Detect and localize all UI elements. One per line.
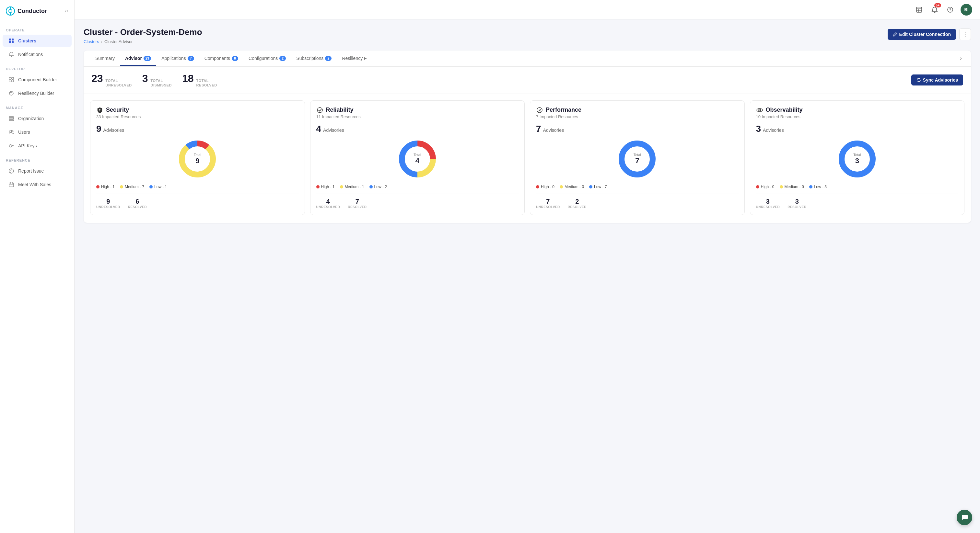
- card-title: Performance: [546, 106, 581, 113]
- card-advisories-label: Advisories: [103, 128, 124, 133]
- card-advisories-row: 9 Advisories: [96, 124, 299, 134]
- chat-icon: [961, 514, 968, 521]
- advisory-card-security[interactable]: Security 33 Impacted Resources 9 Advisor…: [90, 100, 305, 215]
- card-header-row: Performance: [536, 106, 738, 114]
- stats-row: 23 TOTAL UNRESOLVED 3 TOTAL DISMISSED 18: [84, 67, 971, 94]
- bottom-unresolved-num: 7: [536, 198, 560, 205]
- sidebar-item-component-builder[interactable]: Component Builder: [3, 73, 72, 86]
- stat-unresolved-number: 23: [91, 73, 103, 84]
- sidebar-item-report-issue[interactable]: Report Issue: [3, 165, 72, 177]
- donut-svg: [176, 138, 218, 180]
- svg-point-58: [759, 109, 760, 110]
- svg-point-55: [622, 143, 653, 174]
- legend-label: Low - 2: [374, 185, 387, 189]
- legend-item: High - 1: [316, 185, 335, 189]
- sidebar-item-clusters[interactable]: Clusters: [3, 35, 72, 47]
- sidebar-item-notifications[interactable]: Notifications: [3, 48, 72, 60]
- card-chart-area: Total 9: [96, 138, 299, 180]
- donut-chart: Total 9: [176, 138, 218, 180]
- legend-item: High - 0: [756, 185, 775, 189]
- more-options-button[interactable]: ⋮: [959, 29, 971, 40]
- bottom-resolved-label: RESOLVED: [348, 205, 366, 209]
- bottom-resolved-num: 6: [128, 198, 147, 205]
- stat-resolved: 6 RESOLVED: [128, 198, 147, 209]
- legend-dot: [96, 185, 100, 189]
- stat-unresolved: 4 UNRESOLVED: [316, 198, 340, 209]
- collapse-sidebar-button[interactable]: ‹‹: [65, 8, 68, 14]
- org-icon: [8, 116, 14, 121]
- check-circle-icon: [316, 106, 323, 114]
- legend-label: Low - 7: [594, 185, 607, 189]
- advisory-card-performance[interactable]: Performance 7 Impacted Resources 7 Advis…: [530, 100, 745, 215]
- card-bottom-stats: 3 UNRESOLVED 3 RESOLVED: [756, 194, 959, 209]
- donut-svg: [616, 138, 658, 180]
- grid-icon: [8, 38, 14, 44]
- card-header-row: Reliability: [316, 106, 519, 114]
- legend-item: Medium - 0: [560, 185, 584, 189]
- help-button[interactable]: ?: [945, 5, 955, 15]
- users-icon: [8, 129, 14, 135]
- sidebar-item-meet-with-sales-label: Meet With Sales: [18, 182, 51, 187]
- section-label-manage: MANAGE: [0, 100, 74, 112]
- stats-sync: Sync Advisories: [911, 75, 963, 86]
- advisory-card-observability[interactable]: Observability 10 Impacted Resources 3 Ad…: [750, 100, 965, 215]
- legend-item: High - 0: [536, 185, 555, 189]
- calendar-icon: [8, 182, 14, 187]
- tab-advisor[interactable]: Advisor 23: [120, 51, 156, 66]
- tab-advisor-label: Advisor: [125, 56, 142, 61]
- bottom-unresolved-num: 3: [756, 198, 780, 205]
- stat-unresolved: 9 UNRESOLVED: [96, 198, 120, 209]
- stat-resolved: 3 RESOLVED: [788, 198, 806, 209]
- bottom-resolved-num: 7: [348, 198, 366, 205]
- tab-applications-label: Applications: [161, 56, 186, 61]
- tab-configurations[interactable]: Configurations 2: [243, 51, 291, 66]
- edit-cluster-connection-button[interactable]: Edit Cluster Connection: [888, 29, 956, 40]
- svg-point-46: [317, 108, 323, 113]
- sidebar-item-users[interactable]: Users: [3, 126, 72, 138]
- card-advisories-count: 7: [536, 124, 541, 134]
- sidebar-item-users-label: Users: [18, 130, 30, 135]
- tab-resiliency[interactable]: Resiliency F: [337, 51, 372, 66]
- page-header-left: Cluster - Order-System-Demo Clusters › C…: [84, 27, 202, 44]
- svg-point-29: [11, 170, 12, 171]
- card-advisories-label: Advisories: [763, 128, 784, 133]
- tab-components[interactable]: Components 8: [199, 51, 243, 66]
- tab-applications[interactable]: Applications 7: [156, 51, 199, 66]
- card-advisories-label: Advisories: [323, 128, 344, 133]
- sidebar: Conductor ‹‹ OPERATE Clusters Notificati…: [0, 0, 75, 533]
- svg-rect-30: [9, 183, 14, 187]
- stat-resolved: 2 RESOLVED: [568, 198, 587, 209]
- svg-point-53: [539, 109, 540, 110]
- legend-item: Low - 1: [150, 185, 167, 189]
- sidebar-item-resiliency-builder[interactable]: Resiliency Builder: [3, 87, 72, 99]
- user-avatar[interactable]: BI: [961, 4, 972, 16]
- donut-chart: Total 7: [616, 138, 658, 180]
- card-header-row: Observability: [756, 106, 959, 114]
- breadcrumb-clusters-link[interactable]: Clusters: [84, 39, 99, 44]
- svg-rect-6: [9, 38, 11, 40]
- tab-components-badge: 8: [232, 56, 238, 61]
- tab-subscriptions[interactable]: Subscriptions 2: [291, 51, 337, 66]
- sidebar-item-organization[interactable]: Organization: [3, 113, 72, 125]
- card-advisories-count: 9: [96, 124, 102, 134]
- sync-icon: [916, 78, 921, 82]
- legend-label: High - 1: [101, 185, 115, 189]
- tab-more-button[interactable]: ›: [957, 51, 964, 67]
- pencil-icon: [893, 32, 897, 36]
- donut-svg: [396, 138, 439, 180]
- tab-summary[interactable]: Summary: [90, 51, 120, 66]
- sidebar-item-meet-with-sales[interactable]: Meet With Sales: [3, 178, 72, 191]
- svg-rect-9: [12, 41, 14, 43]
- svg-rect-20: [9, 118, 14, 119]
- advisory-card-reliability[interactable]: Reliability 11 Impacted Resources 4 Advi…: [310, 100, 525, 215]
- sync-advisories-button[interactable]: Sync Advisories: [911, 75, 963, 86]
- legend-dot: [589, 185, 592, 189]
- sidebar-item-api-keys[interactable]: API Keys: [3, 140, 72, 152]
- card-legend: High - 0 Medium - 0 Low - 7: [536, 185, 738, 189]
- table-icon-button[interactable]: [914, 5, 924, 15]
- svg-point-60: [842, 143, 873, 174]
- chat-bubble-button[interactable]: [957, 510, 972, 525]
- legend-dot: [369, 185, 373, 189]
- sidebar-item-resiliency-builder-label: Resiliency Builder: [18, 90, 54, 96]
- svg-rect-13: [12, 80, 14, 82]
